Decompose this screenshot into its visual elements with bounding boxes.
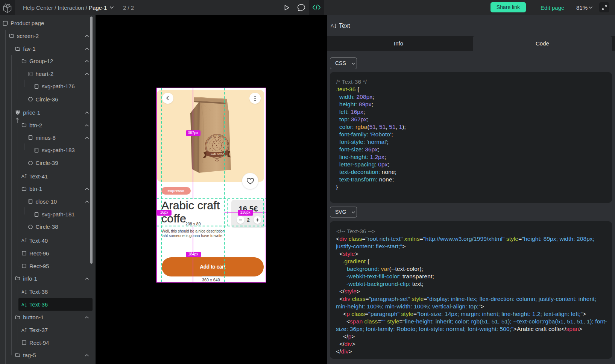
svg-text:A: A [331, 23, 334, 29]
svg-text:A: A [21, 238, 24, 243]
svg-text:A: A [21, 174, 24, 178]
svg-text:A: A [21, 302, 24, 307]
svg-text:A: A [21, 290, 24, 294]
svg-text:A: A [21, 328, 24, 332]
